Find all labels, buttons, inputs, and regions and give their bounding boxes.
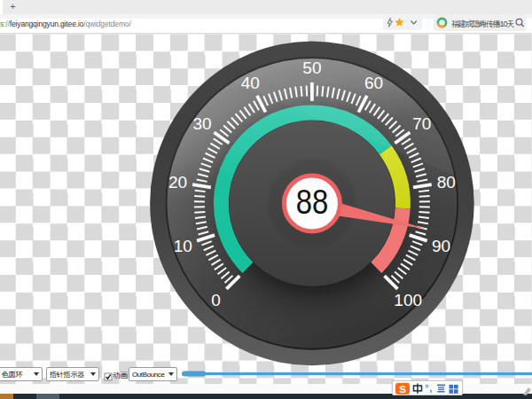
svg-text:90: 90 (432, 237, 450, 255)
svg-text:70: 70 (412, 114, 431, 133)
svg-text:10: 10 (174, 237, 192, 255)
svg-text:30: 30 (192, 114, 211, 133)
svg-text:50: 50 (302, 59, 321, 77)
svg-text:0: 0 (211, 291, 221, 309)
svg-text:100: 100 (394, 291, 422, 309)
svg-text:60: 60 (364, 74, 383, 92)
svg-text:88: 88 (296, 182, 329, 221)
svg-text:40: 40 (241, 74, 260, 92)
svg-text:20: 20 (168, 173, 187, 192)
svg-text:80: 80 (437, 173, 456, 192)
svg-text:S: S (399, 384, 406, 395)
